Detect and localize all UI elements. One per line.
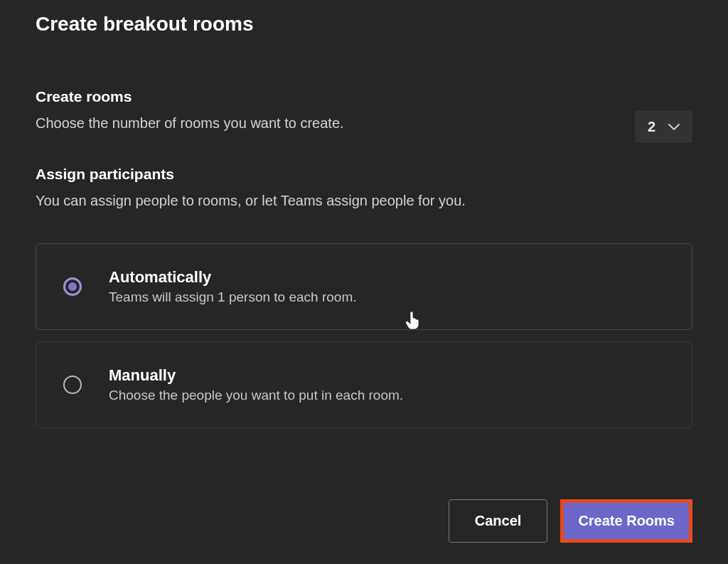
create-rooms-text: Create rooms Choose the number of rooms … [36, 88, 635, 166]
radio-manually-text: Manually Choose the people you want to p… [109, 366, 403, 403]
radio-automatically-text: Automatically Teams will assign 1 person… [109, 268, 357, 305]
chevron-down-icon [668, 124, 680, 131]
create-button-highlight: Create Rooms [560, 499, 692, 543]
radio-manually-subtitle: Choose the people you want to put in eac… [109, 388, 403, 403]
create-rooms-section: Create rooms Choose the number of rooms … [36, 88, 692, 166]
radio-unselected-icon [63, 376, 82, 394]
dialog-title: Create breakout rooms [36, 13, 692, 36]
create-rooms-heading: Create rooms [36, 88, 635, 105]
create-rooms-description: Choose the number of rooms you want to c… [36, 115, 635, 132]
room-count-selector[interactable]: 2 [635, 111, 692, 143]
dialog-button-row: Cancel Create Rooms [449, 499, 692, 543]
assign-participants-description: You can assign people to rooms, or let T… [36, 193, 692, 209]
assign-participants-heading: Assign participants [36, 166, 692, 183]
assign-participants-section: Assign participants You can assign peopl… [36, 166, 692, 428]
cancel-button[interactable]: Cancel [449, 499, 548, 543]
radio-selected-icon [63, 277, 82, 296]
radio-option-automatically[interactable]: Automatically Teams will assign 1 person… [36, 243, 692, 330]
radio-option-manually[interactable]: Manually Choose the people you want to p… [36, 341, 692, 428]
radio-automatically-subtitle: Teams will assign 1 person to each room. [109, 289, 357, 305]
create-rooms-button[interactable]: Create Rooms [564, 503, 689, 539]
radio-automatically-title: Automatically [109, 268, 357, 287]
radio-manually-title: Manually [109, 366, 403, 385]
room-count-value: 2 [648, 119, 655, 135]
